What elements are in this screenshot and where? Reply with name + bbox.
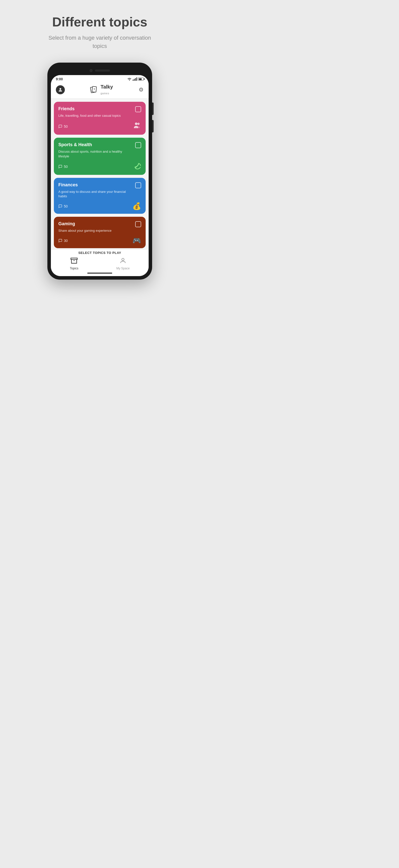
card-desc-gaming: Share about your gaming experience: [58, 228, 129, 233]
wifi-icon: [127, 77, 132, 81]
card-count-sports: 50: [58, 165, 68, 168]
topic-card-sports[interactable]: Sports & Health Discuss about sports, nu…: [54, 138, 146, 175]
card-count-friends: 50: [58, 124, 68, 128]
status-bar: 9:00: [51, 75, 149, 82]
card-count-gaming: 30: [58, 239, 68, 243]
content-area[interactable]: Friends Life, travelling, food and other…: [51, 99, 149, 249]
nav-tabs: Topics My Space: [51, 256, 149, 271]
select-label: SELECT TOPICS TO PLAY: [51, 251, 149, 255]
svg-rect-4: [71, 258, 77, 260]
app-header: T Talkygames ⚙: [51, 82, 149, 99]
card-emoji-friends: [133, 121, 141, 131]
home-indicator: [87, 273, 112, 274]
card-title-gaming: Gaming: [58, 221, 75, 226]
page-title: Different topics: [48, 15, 152, 29]
signal-icon: [133, 77, 137, 81]
card-desc-friends: Life, travelling, food and other casual …: [58, 114, 129, 118]
card-desc-sports: Discuss about sports, nutrition and a he…: [58, 149, 129, 158]
nav-tab-topics[interactable]: Topics: [65, 256, 83, 271]
nav-tab-myspace[interactable]: My Space: [111, 256, 134, 271]
card-emoji-gaming: 🎮: [132, 237, 141, 245]
battery-icon: [138, 78, 144, 81]
card-count-finances: 50: [58, 204, 68, 208]
card-title-finances: Finances: [58, 182, 78, 188]
topics-label: Topics: [70, 267, 78, 270]
speaker: [95, 70, 110, 71]
page-subtitle: Select from a huge variety of conversati…: [48, 34, 152, 50]
page-header: Different topics Select from a huge vari…: [37, 0, 162, 58]
topics-icon: [70, 257, 78, 266]
card-title-friends: Friends: [58, 106, 74, 112]
logo-card-front: T: [92, 86, 97, 92]
card-emoji-finances: 💰: [132, 202, 141, 210]
checkbox-finances[interactable]: [135, 182, 141, 188]
topic-card-friends[interactable]: Friends Life, travelling, food and other…: [54, 102, 146, 135]
settings-button[interactable]: ⚙: [139, 87, 144, 93]
status-icons: [127, 77, 144, 81]
svg-point-6: [122, 258, 124, 261]
camera-dot: [90, 69, 93, 72]
myspace-icon: [119, 257, 126, 266]
topic-card-finances[interactable]: Finances A good way to discuss and share…: [54, 178, 146, 214]
svg-point-0: [60, 88, 61, 90]
card-title-sports: Sports & Health: [58, 142, 92, 147]
phone-top-bar: [51, 66, 149, 75]
battery-fill: [139, 78, 142, 80]
logo-text: Talkygames: [100, 84, 113, 96]
topic-card-gaming[interactable]: Gaming Share about your gaming experienc…: [54, 217, 146, 248]
phone-mockup: 9:00: [48, 63, 152, 280]
checkbox-gaming[interactable]: [135, 221, 141, 227]
phone-screen: 9:00: [51, 75, 149, 276]
card-emoji-sports: [134, 162, 141, 172]
myspace-label: My Space: [116, 267, 129, 270]
svg-point-1: [135, 123, 137, 125]
status-time: 9:00: [56, 77, 63, 81]
volume-button-top: [152, 102, 154, 115]
app-logo: T Talkygames: [91, 84, 113, 96]
card-desc-finances: A good way to discuss and share your fin…: [58, 190, 129, 198]
volume-button-bottom: [152, 120, 154, 132]
svg-point-2: [137, 123, 140, 125]
checkbox-sports[interactable]: [135, 142, 141, 148]
avatar-button[interactable]: [56, 85, 65, 94]
checkbox-friends[interactable]: [135, 106, 141, 112]
bottom-nav: SELECT TOPICS TO PLAY Topics: [51, 249, 149, 276]
logo-cards: T: [91, 86, 99, 93]
